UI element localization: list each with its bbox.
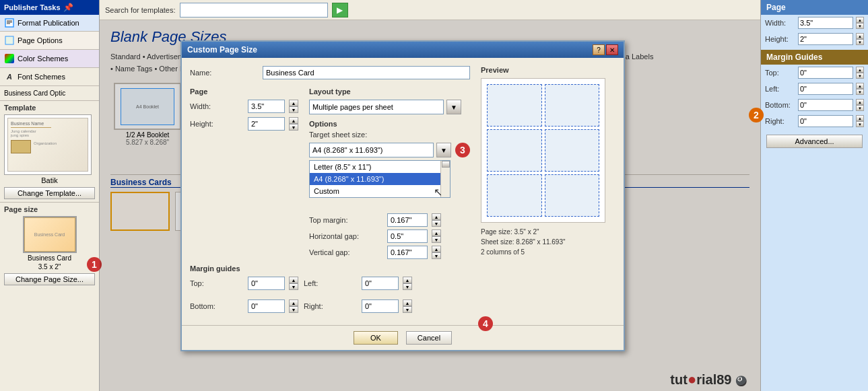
preview-card-1: [487, 84, 542, 127]
right-width-down[interactable]: ▼: [856, 23, 864, 29]
right-left-input[interactable]: [798, 83, 853, 95]
dialog-help-button[interactable]: ?: [593, 44, 605, 55]
width-input[interactable]: [248, 100, 285, 113]
font-schemes-section[interactable]: A Font Schemes: [0, 68, 99, 86]
page-size-name-label: Business Card: [28, 254, 71, 262]
height-input[interactable]: [248, 117, 285, 131]
top-margin-row: Top margin: ▲ ▼: [309, 213, 470, 227]
format-publication-section: Format Publication: [0, 15, 99, 32]
page-section-title: Page: [190, 87, 298, 96]
gaps-section: Top margin: ▲ ▼: [309, 213, 470, 259]
right-right-row: Right: ▲ ▼: [761, 113, 868, 129]
margin-bottom-up[interactable]: ▲: [289, 299, 298, 306]
vertical-gap-input[interactable]: [387, 246, 428, 259]
right-left-up[interactable]: ▲: [856, 83, 864, 89]
margin-right-down[interactable]: ▼: [403, 306, 412, 313]
right-height-up[interactable]: ▲: [856, 33, 864, 39]
right-right-down[interactable]: ▼: [856, 121, 864, 127]
margin-bottom-down[interactable]: ▼: [289, 306, 298, 313]
right-bottom-input[interactable]: [798, 99, 853, 111]
left-margin-dialog-row: Left: ▲ ▼: [304, 277, 412, 290]
search-label: Search for templates:: [105, 6, 176, 14]
dropdown-list: Letter (8.5" x 11") A4 (8.268" x 11.693"…: [309, 160, 450, 198]
right-width-input[interactable]: [798, 17, 853, 29]
right-height-down[interactable]: ▼: [856, 39, 864, 45]
margin-right-up[interactable]: ▲: [403, 299, 412, 306]
margin-left-input[interactable]: [362, 277, 399, 290]
width-down[interactable]: ▼: [289, 106, 298, 113]
change-template-button[interactable]: Change Template...: [4, 187, 95, 199]
right-top-down[interactable]: ▼: [856, 73, 864, 79]
search-button[interactable]: ▶: [332, 3, 348, 17]
top-margin-input[interactable]: [387, 213, 428, 227]
color-schemes-section[interactable]: Color Schemes: [0, 50, 99, 68]
right-height-input[interactable]: [798, 33, 853, 45]
margin-left-spinner: ▲ ▼: [403, 277, 412, 290]
right-right-input[interactable]: [798, 115, 853, 127]
preview-card-5: [487, 174, 542, 217]
margin-top-input[interactable]: [248, 277, 285, 290]
layout-type-section: Layout type ▼ Options: [309, 85, 470, 262]
margin-right-input[interactable]: [362, 299, 399, 313]
top-margin-down[interactable]: ▼: [432, 220, 441, 227]
search-input[interactable]: [180, 3, 328, 17]
ok-button[interactable]: OK: [354, 331, 398, 345]
page-options-section[interactable]: Page Options: [0, 32, 99, 50]
margin-left-down[interactable]: ▼: [403, 283, 412, 290]
margin-bottom-input[interactable]: [248, 299, 285, 313]
layout-type-input[interactable]: [309, 100, 444, 114]
right-bottom-up[interactable]: ▲: [856, 99, 864, 105]
vertical-gap-down[interactable]: ▼: [432, 252, 441, 259]
right-margin-section: Margin Guides: [761, 50, 868, 65]
dropdown-scrollbar[interactable]: [440, 161, 450, 197]
dialog-close-button[interactable]: ✕: [606, 44, 618, 55]
right-left-down[interactable]: ▼: [856, 89, 864, 95]
dropdown-item-letter[interactable]: Letter (8.5" x 11"): [310, 161, 450, 173]
margin-left-up[interactable]: ▲: [403, 277, 412, 283]
dialog-overlay: Custom Page Size ? ✕ Name:: [100, 20, 760, 391]
dropdown-item-custom[interactable]: Custom: [310, 185, 450, 197]
right-top-up[interactable]: ▲: [856, 67, 864, 73]
margin-top-up[interactable]: ▲: [289, 277, 298, 283]
main-content: Blank Page Sizes Standard • Advertisemen…: [100, 20, 760, 391]
top-margin-up[interactable]: ▲: [432, 213, 441, 220]
target-dropdown-button[interactable]: ▼: [436, 143, 451, 157]
cancel-button[interactable]: Cancel: [406, 331, 452, 345]
margin-bottom-label: Bottom:: [190, 302, 244, 310]
top-margin-spinner: ▲ ▼: [432, 213, 441, 227]
horizontal-gap-up[interactable]: ▲: [432, 229, 441, 236]
right-width-up[interactable]: ▲: [856, 17, 864, 23]
right-panel: 2 Page Width: ▲ ▼ Height: ▲ ▼ Margin Gui…: [760, 0, 868, 391]
dialog-page-fields: Page Width: ▲ ▼: [190, 85, 298, 262]
horizontal-gap-input[interactable]: [387, 229, 428, 243]
right-top-input[interactable]: [798, 67, 853, 79]
name-input[interactable]: [263, 66, 470, 79]
right-bottom-spinner: ▲ ▼: [856, 99, 864, 111]
right-bottom-down[interactable]: ▼: [856, 105, 864, 111]
format-pub-icon: [4, 17, 15, 28]
margin-top-down[interactable]: ▼: [289, 283, 298, 290]
dialog-controls: ? ✕: [593, 44, 618, 55]
layout-dropdown-button[interactable]: ▼: [446, 100, 461, 114]
horizontal-gap-spinner: ▲ ▼: [432, 229, 441, 243]
advanced-button[interactable]: Advanced...: [766, 135, 863, 148]
target-sheet-input[interactable]: [309, 143, 434, 157]
preview-page-size: Page size: 3.5" x 2": [481, 227, 615, 237]
horizontal-gap-down[interactable]: ▼: [432, 236, 441, 243]
right-right-up[interactable]: ▲: [856, 115, 864, 121]
options-label: Options: [309, 120, 470, 128]
margin-bottom-spinner: ▲ ▼: [289, 299, 298, 313]
bcard-optic-section[interactable]: Business Card Optic: [0, 86, 99, 101]
height-down[interactable]: ▼: [289, 124, 298, 131]
width-up[interactable]: ▲: [289, 100, 298, 106]
format-publication-item[interactable]: Format Publication: [0, 15, 99, 31]
dropdown-item-a4[interactable]: A4 (8.268" x 11.693"): [310, 173, 450, 185]
dialog-name-row: Name:: [190, 66, 470, 79]
height-up[interactable]: ▲: [289, 117, 298, 124]
right-width-spinner: ▲ ▼: [856, 17, 864, 29]
height-label: Height:: [190, 120, 244, 128]
margin-right-spinner: ▲ ▼: [403, 299, 412, 313]
name-label: Name:: [190, 69, 257, 77]
change-page-size-button[interactable]: Change Page Size...: [4, 273, 95, 285]
vertical-gap-up[interactable]: ▲: [432, 246, 441, 252]
